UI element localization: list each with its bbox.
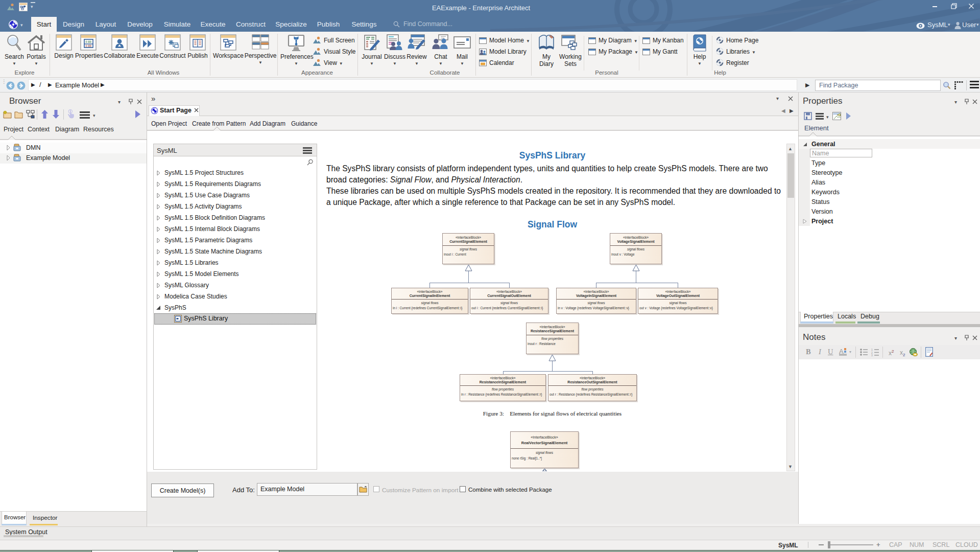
svg-text:3: 3 (871, 354, 873, 356)
